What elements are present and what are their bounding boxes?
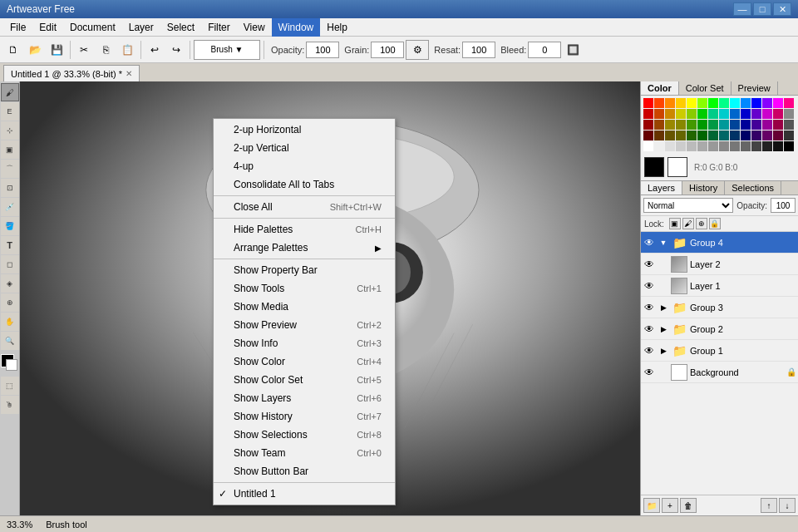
doc-tab-untitled1[interactable]: Untitled 1 @ 33.3% (8-bit) * ✕ [3, 65, 140, 81]
swatch-dark-orange[interactable] [665, 109, 675, 119]
close-button[interactable]: ✕ [773, 2, 791, 16]
blend-mode-select[interactable]: Normal Multiply Screen [643, 198, 733, 213]
tool-transform[interactable]: ⊹ [1, 121, 19, 140]
layer-expand-group2[interactable]: ▶ [658, 324, 668, 334]
layer-row-group3[interactable]: 👁 ▶ 📁 Group 3 [641, 297, 798, 318]
swatch-dark-yellow-green[interactable] [687, 109, 697, 119]
swatch-s3-2[interactable] [654, 120, 664, 130]
layer-up-btn[interactable]: ↑ [761, 498, 777, 513]
swatch-s5-10[interactable] [741, 141, 751, 151]
tab-selections[interactable]: Selections [725, 181, 781, 195]
swatch-s4-4[interactable] [676, 131, 686, 140]
menu-filter[interactable]: Filter [201, 18, 237, 37]
menu-document[interactable]: Document [63, 18, 122, 37]
swatch-s3-3[interactable] [665, 120, 675, 130]
more-options-btn[interactable]: 🔲 [563, 40, 583, 60]
layer-vis-group3[interactable]: 👁 [643, 301, 656, 314]
menu-show-color[interactable]: Show Color Ctrl+4 [214, 352, 395, 371]
tool-select-rect[interactable]: ▣ [1, 140, 19, 159]
menu-show-property-bar[interactable]: Show Property Bar [214, 261, 395, 279]
swatch-s4-12[interactable] [762, 131, 772, 140]
menu-show-info[interactable]: Show Info Ctrl+3 [214, 334, 395, 352]
layer-row-group4[interactable]: 👁 ▼ 📁 Group 4 [641, 232, 798, 254]
tool-text[interactable]: T [1, 236, 19, 254]
tool-brush[interactable]: 🖌 [1, 83, 19, 101]
menu-show-color-set[interactable]: Show Color Set Ctrl+5 [214, 371, 395, 389]
swatch-dark-violet[interactable] [751, 109, 761, 119]
menu-layer[interactable]: Layer [122, 18, 160, 37]
swatch-s4-3[interactable] [665, 131, 675, 140]
swatch-cyan-blue[interactable] [741, 98, 751, 108]
new-layer-btn[interactable]: + [662, 498, 678, 513]
paste-btn[interactable]: 📋 [117, 40, 137, 60]
swatch-s3-4[interactable] [676, 120, 686, 130]
swatch-s3-10[interactable] [741, 120, 751, 130]
layer-vis-layer1[interactable]: 👁 [643, 279, 656, 293]
swatch-gray[interactable] [784, 109, 794, 119]
swatch-s4-14[interactable] [784, 131, 794, 140]
background-color[interactable] [667, 157, 687, 177]
swatch-s3-9[interactable] [730, 120, 740, 130]
swatch-red[interactable] [643, 98, 653, 108]
swatch-s5-5[interactable] [687, 141, 697, 151]
swatch-green-cyan[interactable] [719, 98, 729, 108]
new-btn[interactable]: 🗋 [3, 40, 23, 60]
tab-history[interactable]: History [682, 181, 725, 195]
open-btn[interactable]: 📂 [25, 40, 45, 60]
layer-expand-group1[interactable]: ▶ [658, 346, 668, 356]
swatch-s5-12[interactable] [762, 141, 772, 151]
swatch-s5-8[interactable] [719, 141, 729, 151]
lock-transparency-btn[interactable]: ▣ [669, 218, 681, 229]
swatch-white[interactable] [643, 141, 653, 151]
layer-vis-background[interactable]: 👁 [643, 366, 656, 379]
new-group-btn[interactable]: 📁 [643, 498, 660, 513]
menu-untitled1[interactable]: Untitled 1 [214, 485, 395, 503]
menu-2up-vertical[interactable]: 2-up Vertical [214, 139, 395, 157]
tool-fill[interactable]: 🪣 [1, 217, 19, 235]
tool-crop[interactable]: ⊡ [1, 179, 19, 197]
layer-vis-group2[interactable]: 👁 [643, 323, 656, 336]
menu-window[interactable]: Window [272, 18, 321, 37]
swatch-s5-2[interactable] [654, 141, 664, 151]
menu-hide-palettes[interactable]: Hide Palettes Ctrl+H [214, 220, 395, 239]
swatch-s3-6[interactable] [697, 120, 707, 130]
swatch-dark-cyan[interactable] [719, 109, 729, 119]
foreground-color[interactable] [644, 157, 664, 177]
redo-btn[interactable]: ↪ [166, 40, 186, 60]
swatch-s3-14[interactable] [784, 120, 794, 130]
layer-row-group1[interactable]: 👁 ▶ 📁 Group 1 [641, 340, 798, 362]
swatch-blue[interactable] [751, 98, 761, 108]
swatch-dark-yellow[interactable] [676, 109, 686, 119]
swatch-s5-4[interactable] [676, 141, 686, 151]
tool-eyedropper[interactable]: 💉 [1, 198, 19, 216]
tab-layers[interactable]: Layers [641, 181, 682, 195]
swatch-s5-6[interactable] [697, 141, 707, 151]
layer-expand-group3[interactable]: ▶ [658, 303, 668, 313]
layer-row-layer1[interactable]: 👁 Layer 1 [641, 275, 798, 297]
swatch-s4-9[interactable] [730, 131, 740, 140]
doc-tab-close[interactable]: ✕ [126, 69, 132, 78]
layer-row-layer2[interactable]: 👁 Layer 2 [641, 254, 798, 275]
opacity-input[interactable] [306, 42, 339, 58]
menu-show-media[interactable]: Show Media [214, 298, 395, 316]
swatch-dark-green[interactable] [697, 109, 707, 119]
layer-row-group2[interactable]: 👁 ▶ 📁 Group 2 [641, 318, 798, 340]
swatch-rose[interactable] [784, 98, 794, 108]
undo-btn[interactable]: ↩ [145, 40, 165, 60]
swatch-black[interactable] [784, 141, 794, 151]
menu-show-tools[interactable]: Show Tools Ctrl+1 [214, 279, 395, 298]
resat-input[interactable] [462, 42, 495, 58]
grain-settings-btn[interactable]: ⚙ [406, 40, 429, 60]
swatch-magenta[interactable] [773, 98, 783, 108]
swatch-blue-violet[interactable] [762, 98, 772, 108]
swatch-s5-11[interactable] [751, 141, 761, 151]
menu-file[interactable]: File [3, 18, 32, 37]
swatch-dark-magenta[interactable] [762, 109, 772, 119]
layer-vis-group1[interactable]: 👁 [643, 344, 656, 357]
swatch-s4-10[interactable] [741, 131, 751, 140]
tool-eraser[interactable]: E [1, 102, 19, 121]
save-btn[interactable]: 💾 [47, 40, 66, 60]
swatch-s5-9[interactable] [730, 141, 740, 151]
tab-color-set[interactable]: Color Set [679, 81, 732, 95]
swatch-s5-3[interactable] [665, 141, 675, 151]
